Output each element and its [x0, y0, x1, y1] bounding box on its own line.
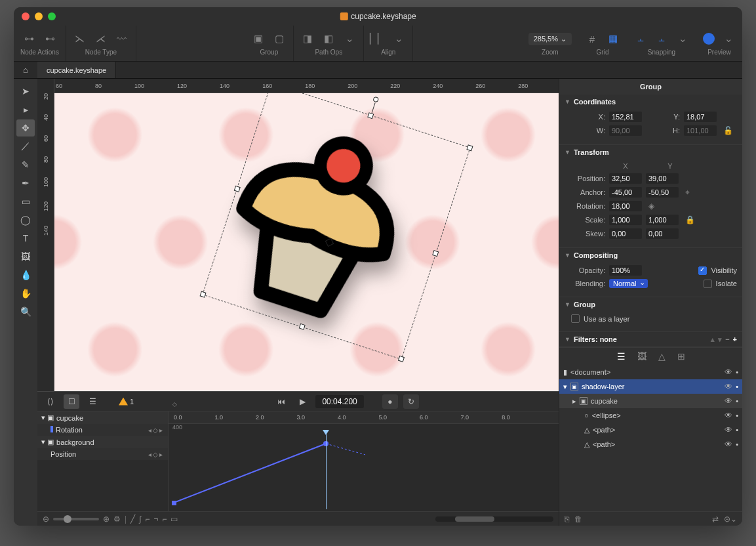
grid-toggle-icon[interactable]: #	[585, 32, 599, 46]
layers-tab-symbols[interactable]: △	[658, 351, 666, 362]
curve-easeout-icon[interactable]: ¬	[153, 514, 158, 524]
visibility-icon[interactable]: 👁	[725, 382, 732, 391]
timeline-graph[interactable]: ◇ 0.01.02.03.04.05.06.07.08.0 400	[169, 411, 559, 511]
timeline-view-curves[interactable]: ☐	[64, 394, 79, 409]
scale-lock-icon[interactable]: 🔒	[685, 215, 695, 224]
section-compositing[interactable]: ▼Compositing	[559, 248, 742, 262]
loop-button[interactable]: ↻	[403, 394, 419, 409]
record-button[interactable]: ●	[382, 394, 398, 409]
playhead[interactable]	[326, 430, 327, 509]
canvas[interactable]	[54, 93, 559, 391]
layers-options-button[interactable]: ⊝⌄	[724, 514, 737, 524]
home-tab[interactable]: ⌂	[14, 62, 37, 78]
visibility-icon[interactable]: 👁	[725, 368, 732, 377]
align-more-icon[interactable]: ⌄	[391, 32, 406, 46]
join-nodes-icon[interactable]: ⊶	[22, 32, 36, 46]
timeline-item-cupcake[interactable]: ▾ ▣ cupcake	[37, 411, 168, 424]
zoom-in-button[interactable]: ⊕	[103, 514, 109, 524]
layers-tab-grid[interactable]: ⊞	[677, 351, 685, 362]
time-display[interactable]: 00:04.200	[315, 395, 363, 408]
text-tool[interactable]: T	[16, 230, 35, 247]
timeline-view-graph[interactable]: ⟨⟩	[43, 394, 58, 409]
section-transform[interactable]: ▼Transform	[559, 145, 742, 159]
snap-icon[interactable]: ⫠	[633, 32, 648, 46]
corner-node-icon[interactable]: ⋋	[73, 32, 87, 46]
coord-w-input[interactable]	[609, 125, 642, 136]
visibility-icon[interactable]: 👁	[725, 425, 732, 434]
layer-ellipse[interactable]: ○<ellipse>👁 •	[559, 408, 742, 423]
union-icon[interactable]: ◨	[300, 32, 315, 46]
delete-layer-button[interactable]: 🗑	[574, 514, 582, 524]
anchor-target-icon[interactable]: ⌖	[685, 188, 690, 197]
section-filters[interactable]: ▼Filters: none▴▾−+	[559, 332, 742, 346]
animation-curve[interactable]	[169, 430, 365, 526]
lock-dot-icon[interactable]: •	[736, 426, 738, 434]
scale-x-input[interactable]	[609, 215, 642, 225]
play-button[interactable]: ▶	[294, 394, 310, 409]
settings-icon[interactable]: ⚙	[113, 514, 121, 524]
timeline-prop-position[interactable]: Position◂◇▸	[37, 448, 168, 460]
skip-start-button[interactable]: ⏮	[273, 394, 289, 409]
preview-more-icon[interactable]: ⌄	[721, 32, 736, 46]
group-icon[interactable]: ▣	[251, 32, 266, 46]
image-tool[interactable]: 🖼	[16, 248, 35, 265]
skew-x-input[interactable]	[609, 228, 642, 239]
handle-tm[interactable]	[367, 112, 374, 119]
rotation-input[interactable]	[609, 201, 642, 211]
visibility-checkbox[interactable]	[698, 266, 707, 275]
coord-x-input[interactable]	[609, 112, 642, 122]
grid-settings-icon[interactable]: ▦	[606, 32, 620, 46]
layer-path-2[interactable]: △<path>👁 •	[559, 437, 742, 452]
filter-up-icon[interactable]: ▴	[711, 335, 715, 344]
hand-tool[interactable]: ✋	[16, 285, 35, 302]
lock-dot-icon[interactable]: •	[736, 411, 738, 419]
visibility-icon[interactable]: 👁	[725, 411, 732, 420]
snap-settings-icon[interactable]: ⫠	[654, 32, 669, 46]
warnings-badge[interactable]: 1	[119, 398, 134, 406]
lock-dot-icon[interactable]: •	[736, 368, 738, 376]
timeline-scrollbar[interactable]	[435, 516, 553, 522]
opacity-input[interactable]	[609, 265, 642, 276]
timeline-view-list[interactable]: ☰	[85, 394, 100, 409]
layer-path-1[interactable]: △<path>👁 •	[559, 423, 742, 437]
rotation-keyframe-icon[interactable]: ◈	[648, 201, 654, 211]
layers-filter-button[interactable]: ⇄	[712, 514, 719, 524]
coord-h-input[interactable]	[684, 125, 717, 136]
use-as-layer-checkbox[interactable]	[571, 314, 580, 323]
eyedropper-tool[interactable]: 💧	[16, 266, 35, 284]
zoom-tool[interactable]: 🔍	[16, 303, 35, 320]
ungroup-icon[interactable]: ▢	[272, 32, 287, 46]
anchor-origin[interactable]	[325, 238, 334, 246]
filter-add-icon[interactable]: +	[733, 335, 737, 343]
keyframe-nav-icon[interactable]: ◂◇▸	[148, 451, 164, 458]
align-left-icon[interactable]: ▏▏	[370, 32, 385, 46]
snap-more-icon[interactable]: ⌄	[675, 32, 690, 46]
select-tool[interactable]: ➤	[16, 83, 35, 100]
filter-remove-icon[interactable]: −	[725, 335, 729, 343]
anchor-x-input[interactable]	[609, 187, 642, 198]
layer-document[interactable]: ▮<document>👁 •	[559, 365, 742, 379]
curve-linear-icon[interactable]: ╱	[130, 514, 135, 524]
new-layer-button[interactable]: ⎘	[565, 514, 569, 524]
symmetric-node-icon[interactable]: 〰	[115, 32, 129, 46]
visibility-icon[interactable]: 👁	[725, 396, 732, 406]
lock-icon[interactable]: 🔓	[723, 126, 733, 135]
layers-tab-list[interactable]: ☰	[617, 351, 626, 362]
minimize-window-button[interactable]	[35, 12, 43, 20]
direct-select-tool[interactable]: ▸	[16, 101, 35, 118]
timeline-prop-rotation[interactable]: Rotation◂◇▸	[37, 424, 168, 436]
layer-cupcake[interactable]: ▸ ▣cupcake👁 •	[559, 394, 742, 408]
timeline-item-background[interactable]: ▾ ▣ background	[37, 436, 168, 448]
ellipse-tool[interactable]: ◯	[16, 211, 35, 228]
break-nodes-icon[interactable]: ⊷	[43, 32, 57, 46]
smooth-node-icon[interactable]: ⋌	[94, 32, 108, 46]
keyframe-nav-icon[interactable]: ◂◇▸	[148, 427, 164, 434]
section-coordinates[interactable]: ▼Coordinates	[559, 94, 742, 109]
curve-easein-icon[interactable]: ⌐	[145, 514, 149, 524]
blending-select[interactable]: Normal	[609, 279, 648, 288]
close-window-button[interactable]	[22, 12, 30, 20]
anchor-y-input[interactable]	[646, 187, 679, 198]
section-group[interactable]: ▼Group	[559, 297, 742, 312]
pen-tool[interactable]: ✒	[16, 175, 35, 192]
skew-y-input[interactable]	[646, 228, 679, 239]
